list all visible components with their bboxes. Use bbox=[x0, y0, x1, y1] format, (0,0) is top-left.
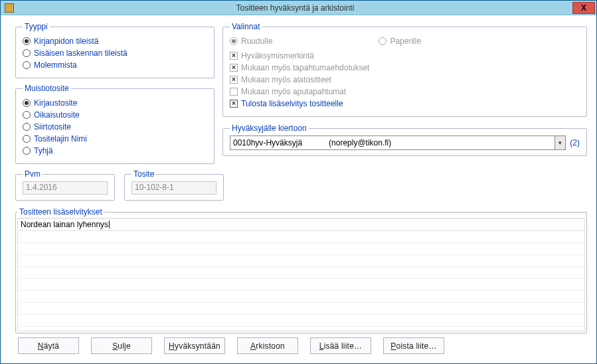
output-target-row: Ruudulle Paperille bbox=[230, 34, 580, 48]
check-alatositteet: Mukaan myös alatositteet bbox=[230, 75, 580, 84]
radio-ruudulle: Ruudulle bbox=[230, 37, 272, 46]
radio-label: Paperille bbox=[390, 37, 421, 46]
group-approver-legend: Hyväksyjälle kiertoon bbox=[230, 124, 309, 133]
check-icon bbox=[230, 64, 238, 72]
radio-label: Tositelajin Nimi bbox=[34, 134, 87, 143]
btn-accel: P bbox=[390, 341, 396, 351]
radio-tyhja[interactable]: Tyhjä bbox=[23, 146, 207, 155]
check-label: Hyväksymismerkintä bbox=[241, 51, 314, 60]
notes-grid[interactable]: Nordean lainan lyhennys bbox=[17, 218, 585, 331]
dialog-window: Tositteen hyväksyntä ja arkistointi X Ty… bbox=[0, 0, 597, 364]
radio-paperille: Paperille bbox=[379, 37, 421, 46]
radio-kirjaustosite[interactable]: Kirjaustosite bbox=[23, 98, 207, 108]
radio-label: Oikaisutosite bbox=[34, 110, 80, 120]
radio-tositelajin-nimi[interactable]: Tositelajin Nimi bbox=[23, 134, 207, 143]
btn-accel: A bbox=[250, 341, 256, 351]
group-tosite-legend: Tosite bbox=[131, 169, 156, 179]
check-label: Mukaan myös alatositteet bbox=[241, 75, 331, 84]
radio-label: Siirtotosite bbox=[34, 122, 71, 132]
check-tulosta-lisaselvitys[interactable]: Tulosta lisäselvitys tositteelle bbox=[230, 99, 580, 108]
group-valinnat: Valinnat Ruudulle Paperille Hyvä bbox=[222, 22, 587, 117]
btn-post: oista liite… bbox=[396, 341, 437, 351]
group-tyyppi-legend: Tyyppi bbox=[23, 22, 50, 31]
grid-lines bbox=[18, 219, 584, 331]
check-tapahtumaehdotukset: Mukaan myös tapahtumaehdotukset bbox=[230, 63, 580, 72]
group-valinnat-legend: Valinnat bbox=[230, 22, 262, 31]
radio-sisaisen[interactable]: Sisäisen laskennan tileistä bbox=[23, 48, 207, 58]
window-title: Tositteen hyväksyntä ja arkistointi bbox=[18, 3, 572, 13]
group-notes-legend: Tositteen lisäselvitykset bbox=[17, 207, 104, 217]
radio-label: Molemmista bbox=[34, 60, 77, 70]
check-label: Tulosta lisäselvitys tositteelle bbox=[241, 99, 343, 108]
group-muistiotosite-legend: Muistiotosite bbox=[23, 84, 71, 93]
group-approver: Hyväksyjälle kiertoon 0010hyv - Hyväksyj… bbox=[222, 124, 587, 156]
radio-molemmista[interactable]: Molemmista bbox=[23, 60, 207, 70]
radio-icon bbox=[379, 37, 386, 45]
radio-label: Kirjanpidon tileistä bbox=[34, 37, 98, 46]
pvm-field[interactable]: 1.4.2016 bbox=[23, 181, 108, 195]
radio-icon bbox=[23, 37, 31, 45]
notes-area: Tositteen lisäselvitykset Nordean lainan… bbox=[15, 207, 587, 333]
btn-post: rkistoon bbox=[256, 341, 285, 351]
approver-count-link[interactable]: (2) bbox=[570, 138, 580, 147]
check-label: Mukaan myös tapahtumaehdotukset bbox=[241, 63, 369, 72]
approver-email: (noreply@tikon.fi) bbox=[329, 138, 554, 147]
btn-post: äytä bbox=[44, 341, 59, 351]
hyvaksyntaan-button[interactable]: Hyväksyntään bbox=[164, 337, 225, 354]
close-icon[interactable]: X bbox=[572, 2, 595, 14]
btn-accel: S bbox=[112, 341, 118, 351]
approver-row: 0010hyv - Hyväksyjä (noreply@tikon.fi) ▾… bbox=[230, 136, 580, 150]
poista-liite-button[interactable]: Poista liite… bbox=[383, 337, 444, 354]
approver-code: 0010hyv bbox=[233, 138, 263, 147]
btn-accel: H bbox=[169, 341, 175, 351]
radio-icon bbox=[23, 61, 31, 69]
check-icon bbox=[230, 76, 238, 84]
titlebar: Tositteen hyväksyntä ja arkistointi X bbox=[1, 1, 596, 15]
check-icon bbox=[230, 52, 238, 60]
notes-text: Nordean lainan lyhennys bbox=[21, 220, 108, 229]
button-bar: Näytä Sulje Hyväksyntään Arkistoon Lisää… bbox=[15, 333, 587, 357]
btn-post: ulje bbox=[118, 341, 130, 351]
radio-icon bbox=[23, 111, 31, 119]
radio-icon bbox=[23, 135, 31, 143]
check-label: Mukaan myös aputapahtumat bbox=[241, 87, 346, 96]
radio-icon bbox=[23, 147, 31, 155]
chevron-down-icon: ▾ bbox=[554, 136, 565, 149]
radio-oikaisutosite[interactable]: Oikaisutosite bbox=[23, 110, 207, 120]
radio-kirjanpidon[interactable]: Kirjanpidon tileistä bbox=[23, 37, 207, 46]
radio-siirtotosite[interactable]: Siirtotosite bbox=[23, 122, 207, 132]
check-aputapahtumat: Mukaan myös aputapahtumat bbox=[230, 87, 580, 96]
radio-icon bbox=[23, 123, 31, 131]
approver-select[interactable]: 0010hyv - Hyväksyjä (noreply@tikon.fi) ▾ bbox=[230, 136, 566, 150]
btn-accel: L bbox=[319, 341, 324, 351]
check-icon bbox=[230, 100, 238, 108]
dialog-body: Tyyppi Kirjanpidon tileistä Sisäisen las… bbox=[1, 15, 596, 363]
notes-row-0[interactable]: Nordean lainan lyhennys bbox=[18, 219, 584, 230]
arkistoon-button[interactable]: Arkistoon bbox=[237, 337, 298, 354]
approver-name: Hyväksyjä bbox=[266, 138, 302, 147]
radio-icon bbox=[23, 99, 31, 107]
btn-accel: N bbox=[38, 341, 44, 351]
pvm-tosite-row: Pvm 1.4.2016 Tosite 10-102-8-1 bbox=[15, 169, 214, 201]
group-tyyppi: Tyyppi Kirjanpidon tileistä Sisäisen las… bbox=[15, 22, 214, 78]
radio-icon bbox=[23, 49, 31, 57]
left-column: Tyyppi Kirjanpidon tileistä Sisäisen las… bbox=[15, 22, 214, 201]
group-pvm: Pvm 1.4.2016 bbox=[15, 169, 115, 201]
lisaa-liite-button[interactable]: Lisää liite… bbox=[310, 337, 371, 354]
btn-post: yväksyntään bbox=[175, 341, 220, 351]
group-notes: Tositteen lisäselvitykset Nordean lainan… bbox=[15, 207, 587, 333]
right-column: Valinnat Ruudulle Paperille Hyvä bbox=[222, 22, 587, 201]
radio-label: Sisäisen laskennan tileistä bbox=[34, 48, 128, 58]
radio-label: Kirjaustosite bbox=[34, 98, 77, 108]
group-pvm-legend: Pvm bbox=[23, 169, 43, 179]
radio-label: Tyhjä bbox=[34, 146, 53, 155]
group-tosite: Tosite 10-102-8-1 bbox=[124, 169, 224, 201]
radio-icon bbox=[230, 37, 238, 45]
tosite-field[interactable]: 10-102-8-1 bbox=[131, 181, 216, 195]
sulje-button[interactable]: Sulje bbox=[91, 337, 152, 354]
group-muistiotosite: Muistiotosite Kirjaustosite Oikaisutosit… bbox=[15, 84, 214, 164]
nayta-button[interactable]: Näytä bbox=[18, 337, 79, 354]
text-caret-icon bbox=[109, 221, 110, 228]
check-icon bbox=[230, 88, 238, 96]
top-row: Tyyppi Kirjanpidon tileistä Sisäisen las… bbox=[15, 22, 587, 201]
